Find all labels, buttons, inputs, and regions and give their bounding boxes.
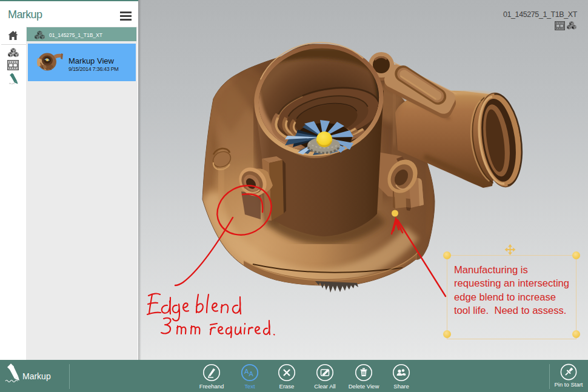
svg-text:A: A — [249, 370, 254, 377]
